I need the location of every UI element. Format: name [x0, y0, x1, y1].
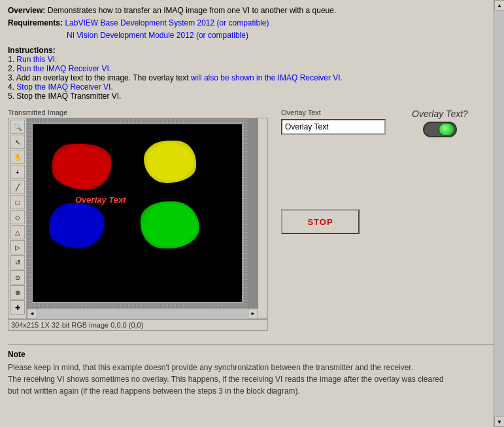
blob-green	[141, 201, 199, 248]
scroll-down-btn[interactable]: ▼	[494, 417, 504, 427]
tool-diamond[interactable]: ◇	[10, 210, 25, 224]
instructions-title: Instructions:	[8, 46, 56, 55]
tool-rect[interactable]: □	[10, 195, 25, 209]
step-3: 3. Add an overlay text to the image. The…	[8, 73, 496, 82]
toggle-label: Overlay Text?	[412, 109, 468, 119]
top-right: Overlay Text Overlay Text?	[281, 109, 468, 137]
step-4: 4. Stop the IMAQ Receiver VI.	[8, 82, 496, 92]
main-container: Overview: Demonstrates how to transfer a…	[0, 0, 504, 427]
image-canvas: Overlay Text	[27, 118, 258, 308]
scroll-track-h[interactable]	[37, 309, 248, 319]
note-title: Note	[8, 350, 496, 359]
overview-section: Overview: Demonstrates how to transfer a…	[8, 5, 496, 41]
tool-zoom-in[interactable]: +	[10, 165, 25, 179]
toggle-group: Overlay Text?	[412, 109, 468, 137]
overlay-input-group: Overlay Text	[281, 109, 386, 135]
overview-title: Overview:	[8, 6, 45, 15]
vertical-scrollbar[interactable]: ▲ ▼	[494, 0, 504, 427]
status-bar: 304x215 1X 32-bit RGB image 0,0,0 (0,0)	[8, 319, 268, 331]
scroll-left-btn[interactable]: ◄	[27, 309, 37, 319]
overlay-input-label: Overlay Text	[281, 109, 386, 116]
stop-button[interactable]: STOP	[281, 209, 360, 234]
blob-red	[52, 144, 111, 190]
tool-hand[interactable]: ✋	[10, 150, 25, 164]
note-text: Please keep in mind, that this example d…	[8, 362, 496, 397]
req-title: Requirements:	[8, 18, 63, 27]
scroll-track-v[interactable]	[494, 10, 504, 417]
blob-blue	[49, 203, 105, 248]
scroll-up-btn[interactable]: ▲	[494, 0, 504, 10]
image-panel-label: Transmitted Image	[8, 109, 268, 116]
image-viewer: 🔍 ↖ ✋ + ╱ □ ◇ △ ▷ ↺ ⊙ ⊕ ✚	[8, 118, 268, 319]
toggle-knob	[439, 123, 454, 136]
tool-arrow[interactable]: ▷	[10, 240, 25, 254]
overlay-text-input[interactable]	[281, 119, 386, 135]
instructions-steps: 1. Run this VI. 2. Run the IMAQ Receiver…	[8, 55, 496, 101]
stop-button-wrapper: STOP	[281, 177, 468, 234]
stop-button-label: STOP	[307, 217, 333, 227]
image-display-row: Overlay Text ▲ ▼	[27, 118, 258, 308]
scroll-right-btn[interactable]: ►	[248, 309, 258, 319]
image-inner: Overlay Text	[32, 124, 243, 303]
right-content: Overlay Text Overlay Text? STOP	[281, 109, 468, 331]
tool-zoom[interactable]: 🔍	[10, 120, 25, 134]
instructions-section: Instructions: 1. Run this VI. 2. Run the…	[8, 46, 496, 101]
req-line2: NI Vision Development Module 2012 (or co…	[67, 31, 248, 40]
blob-yellow	[144, 141, 196, 183]
overlay-text-on-image: Overlay Text	[75, 195, 126, 205]
content-area: Transmitted Image 🔍 ↖ ✋ + ╱ □ ◇ △ ▷ ↺ ⊙ …	[8, 109, 496, 331]
step-1: 1. Run this VI.	[8, 55, 496, 64]
tool-plus[interactable]: ✚	[10, 300, 25, 315]
toggle-switch[interactable]	[423, 122, 457, 137]
tool-line[interactable]: ╱	[10, 180, 25, 194]
horizontal-scrollbar[interactable]: ◄ ►	[27, 308, 258, 318]
tool-poly[interactable]: △	[10, 225, 25, 239]
tool-crosshair[interactable]: ⊕	[10, 285, 25, 299]
req-line1: LabVIEW Base Development System 2012 (or…	[65, 18, 269, 27]
tool-select[interactable]: ↖	[10, 135, 25, 149]
tool-circle[interactable]: ⊙	[10, 270, 25, 284]
tool-rotate[interactable]: ↺	[10, 255, 25, 269]
note-section: Note Please keep in mind, that this exam…	[8, 344, 496, 397]
step-2: 2. Run the IMAQ Receiver VI.	[8, 64, 496, 73]
image-panel: Transmitted Image 🔍 ↖ ✋ + ╱ □ ◇ △ ▷ ↺ ⊙ …	[8, 109, 268, 331]
overview-description: Demonstrates how to transfer an IMAQ ima…	[48, 6, 337, 15]
image-display-wrapper: Overlay Text ▲ ▼ ◄ ►	[27, 118, 258, 318]
toolbar: 🔍 ↖ ✋ + ╱ □ ◇ △ ▷ ↺ ⊙ ⊕ ✚	[8, 118, 27, 318]
step-5: 5. Stop the IMAQ Transmitter VI.	[8, 92, 496, 101]
